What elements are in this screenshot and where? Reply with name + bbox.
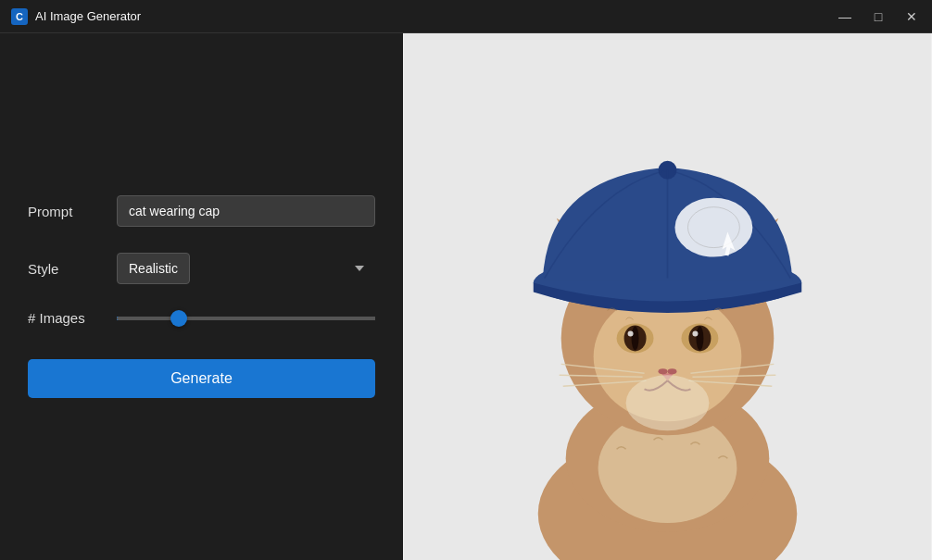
images-slider[interactable]	[117, 317, 375, 320]
prompt-row: Prompt	[28, 195, 375, 227]
right-panel	[403, 33, 932, 560]
title-bar-controls: — □ ✕	[836, 7, 921, 26]
images-label: # Images	[28, 310, 102, 326]
app-icon: C	[11, 8, 28, 25]
svg-point-20	[696, 326, 703, 350]
maximize-button[interactable]: □	[869, 7, 888, 26]
title-bar: C AI Image Generator — □ ✕	[0, 0, 932, 33]
close-button[interactable]: ✕	[902, 7, 921, 26]
svg-point-21	[692, 330, 698, 336]
app-title: AI Image Generator	[35, 9, 141, 23]
generate-row: Generate	[28, 352, 375, 398]
svg-point-30	[626, 375, 710, 430]
left-panel: Prompt Style Realistic Cartoon Artistic …	[0, 33, 403, 560]
svg-point-23	[668, 368, 677, 374]
svg-point-16	[632, 326, 639, 350]
style-select-wrapper: Realistic Cartoon Artistic Abstract	[117, 253, 375, 284]
svg-point-22	[659, 368, 668, 374]
style-label: Style	[28, 261, 102, 277]
title-bar-left: C AI Image Generator	[11, 8, 141, 25]
prompt-label: Prompt	[28, 204, 102, 219]
main-content: Prompt Style Realistic Cartoon Artistic …	[0, 33, 932, 560]
style-row: Style Realistic Cartoon Artistic Abstrac…	[28, 253, 375, 284]
generate-button[interactable]: Generate	[28, 359, 375, 398]
style-select[interactable]: Realistic Cartoon Artistic Abstract	[117, 253, 190, 284]
cat-image	[403, 33, 932, 560]
images-row: # Images	[28, 310, 375, 326]
minimize-button[interactable]: —	[836, 7, 854, 26]
svg-point-17	[628, 330, 634, 336]
prompt-input[interactable]	[117, 195, 375, 227]
